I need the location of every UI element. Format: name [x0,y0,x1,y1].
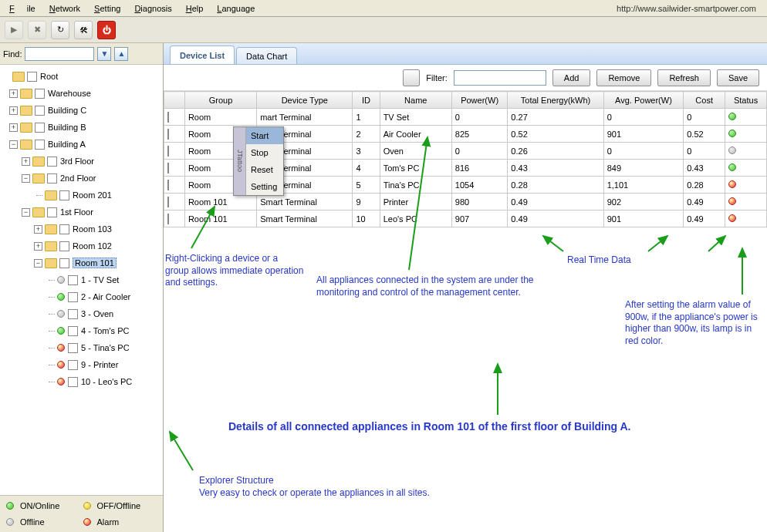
tree-device-4[interactable]: 4 - Tom's PC [2,322,161,339]
checkbox[interactable] [59,224,69,234]
checkbox[interactable] [47,173,57,184]
tree-room-201[interactable]: Room 201 [2,187,161,204]
find-prev-button[interactable]: ▲ [114,47,128,61]
find-next-button[interactable]: ▼ [97,47,111,61]
checkbox[interactable] [35,89,45,99]
expand-icon[interactable]: + [9,89,18,98]
tree-root[interactable]: Root [2,68,161,85]
cell-avg: 901 [603,126,684,143]
tab-device-list[interactable]: Device List [170,45,235,64]
menu-language[interactable]: Language [211,2,261,15]
cell-total: 0.49 [508,210,603,227]
col-power[interactable]: Power(W) [451,92,508,109]
tree-device-1[interactable]: 1 - TV Set [2,271,161,288]
checkbox[interactable] [59,190,69,200]
tree-1st-floor[interactable]: −1st Floor [2,204,161,221]
filter-input[interactable] [454,70,546,86]
checkbox[interactable] [59,258,69,268]
checkbox[interactable] [27,72,37,82]
checkbox[interactable] [68,343,78,353]
refresh-button[interactable]: Refresh [657,69,711,86]
menu-file[interactable]: File [3,2,42,15]
tree-device-2[interactable]: 2 - Air Cooler [2,288,161,305]
tree-device-5[interactable]: 5 - Tina's PC [2,339,161,356]
checkbox[interactable] [68,292,78,302]
stop-button[interactable]: ✖ [28,21,46,39]
tree-building-a[interactable]: −Building A [2,136,161,153]
tree-2nd-floor[interactable]: −2nd Floor [2,170,161,187]
col-name[interactable]: Name [380,92,451,109]
row-checkbox[interactable] [167,180,169,190]
checkbox[interactable] [68,360,78,370]
checkbox[interactable] [47,157,57,167]
row-checkbox[interactable] [167,163,169,173]
col-total[interactable]: Total Energy(kWh) [508,92,603,109]
checkbox[interactable] [35,106,45,116]
tab-data-chart[interactable]: Data Chart [236,47,297,64]
checkbox[interactable] [68,326,78,336]
checkbox[interactable] [68,275,78,285]
row-checkbox[interactable] [167,197,169,207]
lamp-red-icon [83,518,91,526]
col-cost[interactable]: Cost [684,92,725,109]
expand-icon[interactable]: + [34,242,42,251]
checkbox[interactable] [35,123,45,133]
folder-icon [45,190,57,200]
collapse-icon[interactable]: − [34,259,42,268]
expand-icon[interactable]: + [34,225,42,234]
checkbox[interactable] [68,377,78,387]
save-button[interactable]: Save [717,69,759,86]
tree-room-101[interactable]: −Room 101 [2,254,161,271]
tree-building-b[interactable]: +Building B [2,119,161,136]
checkbox[interactable] [68,309,78,319]
row-checkbox[interactable] [167,146,169,157]
lamp-gray-icon [6,518,14,526]
row-checkbox[interactable] [167,112,169,123]
menu-network[interactable]: Network [43,2,86,15]
menu-diagnosis[interactable]: Diagnosis [128,2,177,15]
tree-3rd-floor[interactable]: +3rd Floor [2,153,161,170]
tree-building-c[interactable]: +Building C [2,102,161,119]
checkbox[interactable] [59,241,69,251]
explorer-tree[interactable]: Root +Warehouse +Building C +Building B … [0,65,163,495]
tree-device-3[interactable]: 3 - Oven [2,305,161,322]
tree-device-9[interactable]: 9 - Printer [2,356,161,373]
remove-button[interactable]: Remove [596,69,651,86]
cell-total: 0.43 [508,160,603,177]
expand-icon[interactable]: + [9,123,18,132]
play-button[interactable]: ▶ [5,21,23,39]
collapse-icon[interactable]: − [9,140,18,149]
checkbox[interactable] [47,207,57,217]
tree-room-103[interactable]: +Room 103 [2,221,161,237]
tree-room-102[interactable]: +Room 102 [2,237,161,254]
context-menu[interactable]: JTattoo Start Stop Reset Setting [233,126,284,196]
col-avg[interactable]: Avg. Power(W) [603,92,684,109]
checkbox[interactable] [35,140,45,150]
expand-icon[interactable]: + [22,157,30,166]
row-checkbox[interactable] [167,129,169,140]
expand-icon[interactable]: + [9,106,18,115]
menu-help[interactable]: Help [180,2,210,15]
config-button[interactable]: 🛠 [74,21,93,39]
filter-icon-button[interactable] [403,69,420,86]
tree-device-10[interactable]: 10 - Leo's PC [2,373,161,390]
power-button[interactable]: ⏻ [97,21,116,39]
status-lamp-icon [57,327,65,335]
collapse-icon[interactable]: − [22,208,30,217]
table-row[interactable]: Room mart Terminal 1 TV Set 0 0.27 0 0 [164,109,767,126]
col-type[interactable]: Device Type [257,92,353,109]
col-check[interactable] [164,92,185,109]
col-id[interactable]: ID [353,92,380,109]
table-row[interactable]: Room 101 Smart Terminal 10 Leo's PC 907 … [164,210,767,227]
collapse-icon[interactable]: − [22,174,30,183]
col-group[interactable]: Group [184,92,256,109]
find-input[interactable] [25,47,94,61]
add-button[interactable]: Add [552,69,591,86]
col-status[interactable]: Status [725,92,767,109]
tree-warehouse[interactable]: +Warehouse [2,85,161,102]
row-checkbox[interactable] [167,214,169,224]
cell-power: 0 [451,109,508,126]
cell-total: 0.52 [508,126,603,143]
refresh-button[interactable]: ↻ [51,21,69,39]
menu-setting[interactable]: Setting [88,2,127,15]
